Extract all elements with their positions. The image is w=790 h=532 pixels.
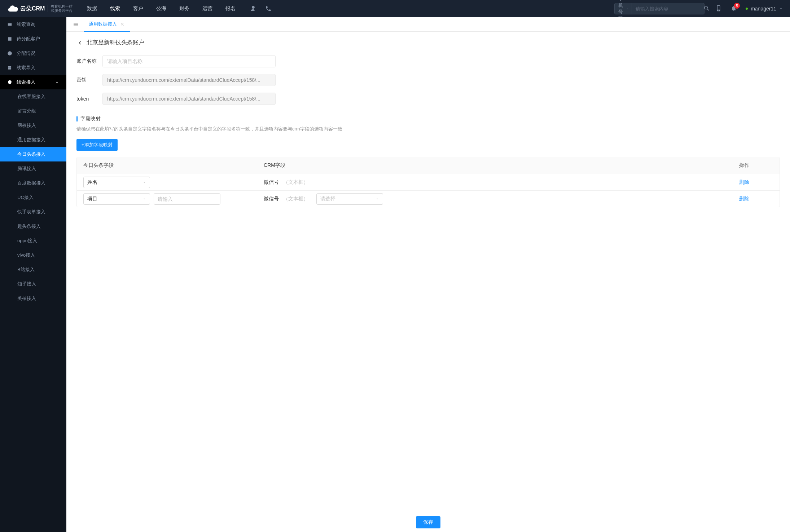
footer-bar: 保存 bbox=[66, 512, 790, 532]
save-button[interactable]: 保存 bbox=[416, 516, 440, 528]
th-toutiao-field: 今日头条字段 bbox=[77, 162, 257, 169]
form-row-account: 账户名称 bbox=[76, 55, 780, 67]
chevron-down-icon bbox=[142, 181, 146, 184]
section-bar bbox=[76, 116, 78, 121]
th-crm-field: CRM字段 bbox=[257, 162, 733, 169]
sidebar-sub-4-12[interactable]: B站接入 bbox=[0, 262, 66, 277]
mobile-icon-button[interactable] bbox=[715, 5, 722, 13]
user-menu[interactable]: manager11 bbox=[746, 6, 783, 12]
search-type-select[interactable]: 手机号码 bbox=[615, 3, 632, 14]
sidebar: 线索查询待分配客户分配情况线索导入线索接入在线客服接入留言分组网校接入通用数据接… bbox=[0, 17, 66, 532]
mobile-icon bbox=[715, 5, 722, 12]
account-name-input[interactable] bbox=[102, 55, 276, 67]
secret-label: 密钥 bbox=[76, 77, 102, 83]
chevron-down-icon bbox=[779, 7, 783, 10]
content: 北京昱新科技头条账户 账户名称 密钥 token 字段映射 bbox=[66, 32, 790, 532]
nav-item-3[interactable]: 公海 bbox=[156, 0, 166, 17]
menu-icon bbox=[73, 22, 79, 27]
sidebar-icon bbox=[7, 80, 12, 85]
page-head: 北京昱新科技头条账户 bbox=[76, 39, 780, 46]
sidebar-sub-4-10[interactable]: oppo接入 bbox=[0, 234, 66, 248]
sidebar-sub-4-13[interactable]: 知乎接入 bbox=[0, 277, 66, 291]
nav-item-4[interactable]: 财务 bbox=[179, 0, 189, 17]
toutiao-field-select[interactable]: 姓名 bbox=[83, 177, 150, 188]
status-dot bbox=[746, 8, 748, 10]
add-field-mapping-button[interactable]: +添加字段映射 bbox=[76, 139, 118, 151]
nav-item-2[interactable]: 客户 bbox=[133, 0, 143, 17]
sidebar-sub-4-1[interactable]: 留言分组 bbox=[0, 104, 66, 118]
logo-subtitle: 教育机构一站 式服务云平台 bbox=[51, 4, 73, 13]
account-label: 账户名称 bbox=[76, 58, 102, 65]
field-mapping-table: 今日头条字段 CRM字段 操作 姓名微信号（文本框）删除项目微信号（文本框）请选… bbox=[76, 157, 780, 207]
search-input[interactable] bbox=[632, 6, 700, 12]
form-row-token: token bbox=[76, 93, 780, 105]
table-row: 项目微信号（文本框）请选择删除 bbox=[77, 190, 780, 207]
chevron-down-icon bbox=[142, 197, 146, 201]
sidebar-item-2[interactable]: 分配情况 bbox=[0, 46, 66, 61]
crm-field-label: 微信号 bbox=[264, 179, 279, 186]
section-title: 字段映射 bbox=[76, 116, 780, 122]
nav-item-0[interactable]: 数据 bbox=[87, 0, 97, 17]
sidebar-item-1[interactable]: 待分配客户 bbox=[0, 32, 66, 46]
chevron-up-icon bbox=[55, 80, 59, 84]
logo-text: 云朵CRM bbox=[20, 5, 45, 13]
main-area: 通用数据接入 北京昱新科技头条账户 账户名称 密钥 to bbox=[66, 17, 790, 532]
phone-icon[interactable] bbox=[265, 5, 272, 12]
nav-item-5[interactable]: 运营 bbox=[202, 0, 212, 17]
top-nav: 数据线索客户公海财务运营报名 bbox=[87, 0, 236, 17]
sidebar-sub-4-7[interactable]: UC接入 bbox=[0, 190, 66, 205]
sidebar-sub-4-5[interactable]: 腾讯接入 bbox=[0, 161, 66, 176]
collapse-sidebar-button[interactable] bbox=[71, 19, 81, 30]
sidebar-sub-4-9[interactable]: 趣头条接入 bbox=[0, 219, 66, 234]
logo-divider bbox=[48, 5, 48, 12]
sidebar-sub-4-0[interactable]: 在线客服接入 bbox=[0, 89, 66, 104]
sidebar-icon bbox=[7, 51, 12, 56]
crm-field-type: （文本框） bbox=[283, 196, 308, 202]
cloud-logo-icon bbox=[7, 3, 19, 14]
sidebar-sub-4-8[interactable]: 快手表单接入 bbox=[0, 205, 66, 219]
sidebar-sub-4-3[interactable]: 通用数据接入 bbox=[0, 133, 66, 147]
table-row: 姓名微信号（文本框）删除 bbox=[77, 174, 780, 190]
notification-button[interactable]: 5 bbox=[730, 5, 737, 13]
nav-item-1[interactable]: 线索 bbox=[110, 0, 120, 17]
token-input[interactable] bbox=[102, 93, 276, 105]
sidebar-icon bbox=[7, 65, 12, 70]
sidebar-sub-4-14[interactable]: 美柚接入 bbox=[0, 291, 66, 306]
form-row-secret: 密钥 bbox=[76, 74, 780, 86]
nav-icons bbox=[250, 5, 272, 12]
sidebar-sub-4-6[interactable]: 百度数据接入 bbox=[0, 176, 66, 190]
toutiao-field-select[interactable]: 项目 bbox=[83, 193, 150, 205]
back-icon[interactable] bbox=[76, 40, 83, 46]
tab-general-data-access[interactable]: 通用数据接入 bbox=[84, 17, 130, 32]
notification-badge: 5 bbox=[734, 3, 740, 9]
sidebar-item-4[interactable]: 线索接入 bbox=[0, 75, 66, 89]
crm-field-label: 微信号 bbox=[264, 196, 279, 202]
sidebar-icon bbox=[7, 36, 12, 41]
sidebar-item-3[interactable]: 线索导入 bbox=[0, 61, 66, 75]
header-right: 5 manager11 bbox=[715, 5, 783, 13]
delete-button[interactable]: 删除 bbox=[739, 179, 749, 185]
sidebar-sub-4-4[interactable]: 今日头条接入 bbox=[0, 147, 66, 161]
tabs-bar: 通用数据接入 bbox=[66, 17, 790, 32]
section-desc: 请确保您在此填写的头条自定义字段名称与在今日头条平台中自定义的字段名称一致，并且… bbox=[76, 126, 780, 132]
logo-area: 云朵CRM 教育机构一站 式服务云平台 bbox=[7, 3, 73, 14]
toutiao-field-input[interactable] bbox=[154, 193, 220, 205]
crm-field-select[interactable]: 请选择 bbox=[316, 193, 383, 205]
nav-item-6[interactable]: 报名 bbox=[225, 0, 236, 17]
sidebar-item-0[interactable]: 线索查询 bbox=[0, 17, 66, 32]
secret-input[interactable] bbox=[102, 74, 276, 86]
chevron-down-icon bbox=[376, 197, 379, 201]
token-label: token bbox=[76, 96, 102, 102]
table-header: 今日头条字段 CRM字段 操作 bbox=[77, 157, 780, 174]
user-add-icon[interactable] bbox=[250, 5, 256, 12]
header-search: 手机号码 bbox=[614, 3, 705, 14]
chevron-down-icon bbox=[627, 7, 628, 10]
sidebar-sub-4-2[interactable]: 网校接入 bbox=[0, 118, 66, 133]
delete-button[interactable]: 删除 bbox=[739, 196, 749, 201]
sidebar-icon bbox=[7, 22, 12, 27]
close-icon[interactable] bbox=[120, 22, 125, 27]
sidebar-sub-4-11[interactable]: vivo接入 bbox=[0, 248, 66, 262]
search-icon bbox=[703, 5, 710, 12]
search-button[interactable] bbox=[700, 5, 714, 13]
username: manager11 bbox=[751, 6, 776, 12]
